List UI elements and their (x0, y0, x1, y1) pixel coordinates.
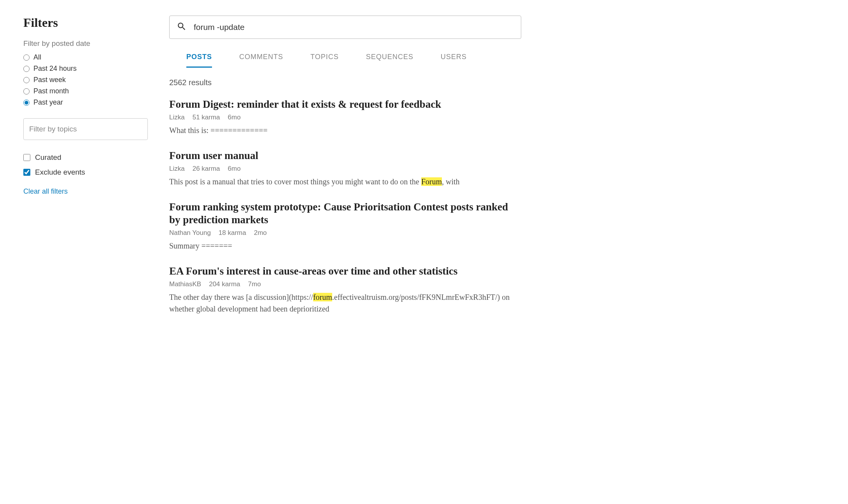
result-title[interactable]: Forum Digest: reminder that it exists & … (169, 98, 521, 111)
result-author: Nathan Young (169, 229, 211, 236)
tab-users[interactable]: USERS (441, 50, 467, 68)
result-karma: 51 karma (193, 114, 220, 121)
result-age: 6mo (228, 165, 241, 172)
date-filter-option-label: Past week (33, 76, 66, 84)
search-result: EA Forum's interest in cause-areas over … (169, 265, 521, 315)
highlight: Forum (421, 177, 442, 186)
highlight: forum (313, 293, 332, 301)
date-filter-option[interactable]: All (23, 52, 148, 63)
date-filter-option[interactable]: Past month (23, 86, 148, 97)
search-result: Forum ranking system prototype: Cause Pr… (169, 201, 521, 252)
result-snippet: This post is a manual that tries to cove… (169, 176, 521, 187)
filter-checkbox-label: Exclude events (35, 168, 85, 177)
result-age: 7mo (248, 280, 261, 288)
date-filter-radio[interactable] (23, 66, 30, 72)
result-snippet: The other day there was [a discussion](h… (169, 291, 521, 315)
filter-checkbox[interactable] (23, 169, 30, 176)
tab-comments[interactable]: COMMENTS (239, 50, 283, 68)
results-count: 2562 results (169, 78, 521, 87)
result-snippet: What this is: ============= (169, 124, 521, 136)
date-filter-radio[interactable] (23, 88, 30, 94)
tab-posts[interactable]: POSTS (186, 50, 212, 68)
result-title[interactable]: Forum ranking system prototype: Cause Pr… (169, 201, 521, 227)
date-filter-option-label: Past month (33, 87, 69, 95)
result-snippet: Summary ======= (169, 240, 521, 252)
result-author: Lizka (169, 114, 185, 121)
result-title[interactable]: Forum user manual (169, 149, 521, 163)
date-filter-option[interactable]: Past year (23, 97, 148, 108)
result-author: MathiasKB (169, 280, 201, 288)
topic-filter-input[interactable] (23, 118, 148, 140)
filter-checkbox[interactable] (23, 154, 30, 161)
tabs: POSTSCOMMENTSTOPICSSEQUENCESUSERS (169, 50, 521, 68)
result-meta: Lizka26 karma6mo (169, 165, 521, 173)
search-result: Forum Digest: reminder that it exists & … (169, 98, 521, 136)
result-karma: 204 karma (209, 280, 240, 288)
date-filter-group: AllPast 24 hoursPast weekPast monthPast … (23, 52, 148, 108)
result-age: 6mo (228, 114, 241, 121)
tab-topics[interactable]: TOPICS (310, 50, 339, 68)
filter-checkbox-item[interactable]: Exclude events (23, 165, 148, 180)
search-box[interactable] (169, 16, 521, 39)
clear-all-filters-link[interactable]: Clear all filters (23, 187, 148, 196)
result-age: 2mo (254, 229, 267, 236)
date-filter-option-label: Past 24 hours (33, 65, 77, 73)
results-list: Forum Digest: reminder that it exists & … (169, 98, 521, 315)
date-filter-option-label: Past year (33, 98, 63, 107)
search-icon (177, 21, 187, 33)
tab-sequences[interactable]: SEQUENCES (366, 50, 413, 68)
date-filter-option[interactable]: Past week (23, 74, 148, 86)
date-filter-radio[interactable] (23, 54, 30, 61)
date-filter-radio[interactable] (23, 77, 30, 83)
result-meta: MathiasKB204 karma7mo (169, 280, 521, 288)
result-karma: 26 karma (193, 165, 220, 172)
result-meta: Lizka51 karma6mo (169, 114, 521, 121)
date-filter-option[interactable]: Past 24 hours (23, 63, 148, 74)
filter-checkbox-item[interactable]: Curated (23, 150, 148, 165)
filter-checkbox-label: Curated (35, 153, 61, 162)
result-author: Lizka (169, 165, 185, 172)
search-result: Forum user manualLizka26 karma6moThis po… (169, 149, 521, 187)
result-meta: Nathan Young18 karma2mo (169, 229, 521, 237)
date-filter-radio[interactable] (23, 100, 30, 106)
date-filter-label: Filter by posted date (23, 39, 148, 48)
result-karma: 18 karma (219, 229, 246, 236)
search-input[interactable] (194, 23, 514, 32)
filters-heading: Filters (23, 16, 148, 30)
date-filter-option-label: All (33, 53, 41, 61)
result-title[interactable]: EA Forum's interest in cause-areas over … (169, 265, 521, 278)
